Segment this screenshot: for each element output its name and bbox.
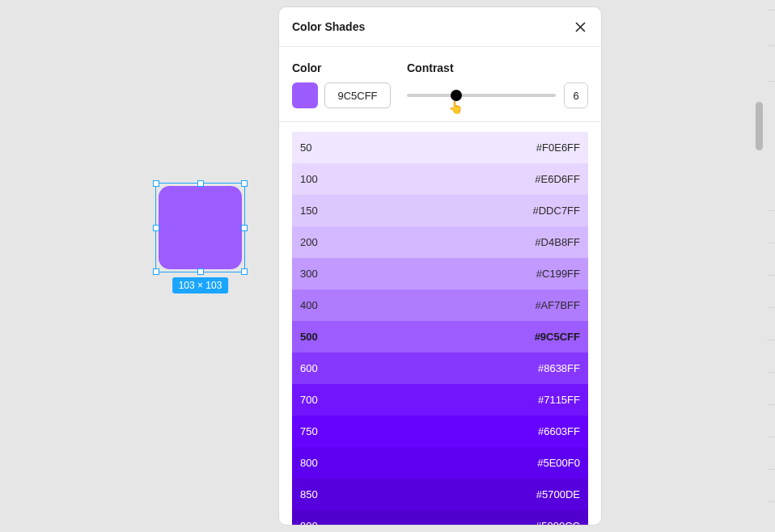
shade-row[interactable]: 50#F0E6FF	[292, 132, 588, 163]
shade-hex: #7115FF	[538, 394, 580, 406]
shade-step: 150	[300, 205, 318, 217]
shade-hex: #E6D6FF	[535, 173, 580, 185]
shade-hex: #AF7BFF	[535, 299, 580, 311]
shade-step: 50	[300, 141, 311, 154]
shade-step: 850	[300, 488, 318, 500]
shade-step: 700	[300, 394, 318, 406]
hex-input[interactable]: 9C5CFF	[324, 82, 391, 108]
resize-handle-ne[interactable]	[241, 180, 248, 187]
color-swatch[interactable]	[292, 82, 318, 108]
close-icon	[574, 21, 587, 33]
shade-step: 500	[300, 331, 318, 343]
shade-row[interactable]: 200#D4B8FF	[292, 226, 588, 258]
shade-hex: #8638FF	[538, 362, 580, 374]
shade-step: 400	[300, 299, 318, 311]
selected-shape[interactable]: 103 × 103	[159, 186, 242, 269]
contrast-slider[interactable]: 👆	[407, 82, 556, 108]
shade-row[interactable]: 400#AF7BFF	[292, 289, 588, 321]
shade-row[interactable]: 800#5E00F0	[292, 447, 588, 479]
resize-handle-nw[interactable]	[153, 180, 159, 187]
contrast-value-input[interactable]: 6	[564, 82, 588, 108]
resize-handle-e[interactable]	[241, 225, 248, 231]
shade-hex: #5000CC	[536, 520, 580, 525]
slider-thumb[interactable]	[451, 90, 462, 101]
shade-row[interactable]: 500#9C5CFF	[292, 321, 588, 353]
shade-row[interactable]: 300#C199FF	[292, 258, 588, 289]
color-control: Color 9C5CFF	[292, 61, 391, 108]
shade-row[interactable]: 900#5000CC	[292, 510, 588, 525]
design-canvas[interactable]: 103 × 103 Color Shades Color 9C5CFF Cont…	[0, 0, 775, 532]
shade-step: 300	[300, 268, 318, 280]
shade-step: 900	[300, 520, 318, 525]
shade-row[interactable]: 850#5700DE	[292, 479, 588, 510]
shade-row[interactable]: 100#E6D6FF	[292, 163, 588, 195]
resize-handle-s[interactable]	[197, 268, 204, 275]
dimensions-badge: 103 × 103	[172, 277, 229, 293]
close-button[interactable]	[572, 19, 588, 35]
shades-list[interactable]: 50#F0E6FF100#E6D6FF150#DDC7FF200#D4B8FF3…	[279, 122, 601, 525]
shade-hex: #DDC7FF	[532, 205, 580, 217]
shade-row[interactable]: 600#8638FF	[292, 353, 588, 384]
shade-hex: #F0E6FF	[536, 141, 580, 154]
ruler-marks	[767, 0, 775, 532]
vertical-scrollbar[interactable]	[756, 102, 763, 150]
shade-row[interactable]: 700#7115FF	[292, 384, 588, 416]
shade-hex: #5700DE	[536, 488, 580, 500]
panel-header: Color Shades	[279, 7, 601, 47]
shade-step: 100	[300, 173, 318, 185]
color-label: Color	[292, 61, 391, 74]
shade-hex: #C199FF	[536, 268, 580, 280]
shade-step: 800	[300, 457, 318, 469]
contrast-control: Contrast 👆 6	[407, 61, 588, 108]
shade-step: 200	[300, 236, 318, 248]
shade-row[interactable]: 150#DDC7FF	[292, 195, 588, 226]
panel-title: Color Shades	[292, 20, 365, 33]
panel-controls: Color 9C5CFF Contrast 👆 6	[279, 47, 601, 122]
shade-step: 600	[300, 362, 318, 374]
resize-handle-sw[interactable]	[153, 268, 159, 275]
contrast-label: Contrast	[407, 61, 588, 74]
cursor-icon: 👆	[448, 100, 464, 115]
shade-step: 750	[300, 425, 318, 437]
slider-track	[407, 94, 556, 97]
resize-handle-se[interactable]	[241, 268, 248, 275]
shade-hex: #6603FF	[538, 425, 580, 437]
shade-row[interactable]: 750#6603FF	[292, 416, 588, 447]
shade-hex: #D4B8FF	[535, 236, 580, 248]
shade-hex: #5E00F0	[537, 457, 580, 469]
shade-hex: #9C5CFF	[535, 331, 580, 343]
color-shades-panel: Color Shades Color 9C5CFF Contrast	[278, 6, 602, 526]
shape-square[interactable]	[159, 186, 242, 269]
